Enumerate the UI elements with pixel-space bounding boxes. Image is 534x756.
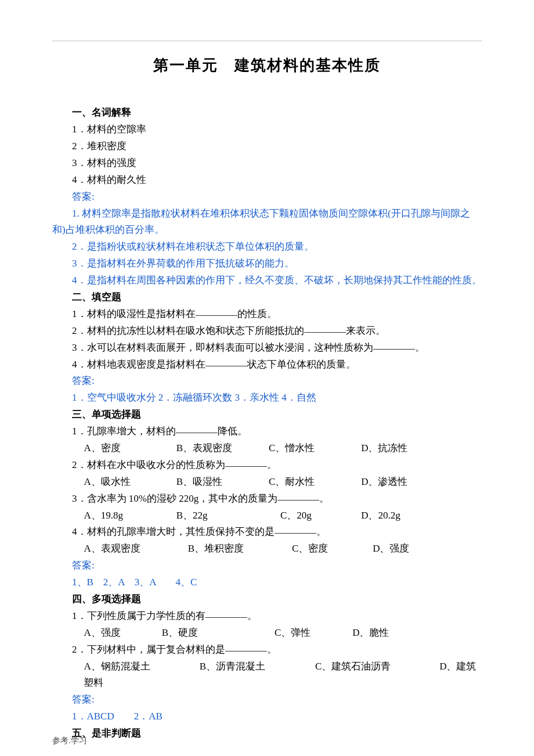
s3-q3-tail: 。 xyxy=(319,493,329,504)
opt-c: C、弹性 xyxy=(275,625,350,642)
s3-q2-text: 2．材料在水中吸收水分的性质称为 xyxy=(72,459,225,470)
s1-item-3: 3．材料的强度 xyxy=(52,155,482,172)
section-5-heading: 五、是非判断题 xyxy=(52,725,482,742)
unit-title: 第一单元 建筑材料的基本性质 xyxy=(52,53,482,78)
s2-answers: 1．空气中吸收水分 2．冻融循环次数 3．亲水性 4．自然 xyxy=(52,390,482,406)
s2-q2: 2．材料的抗冻性以材料在吸水饱和状态下所能抵抗的来表示。 xyxy=(52,323,482,340)
s3-q1: 1．孔隙率增大，材料的降低。 xyxy=(52,423,482,440)
blank xyxy=(205,356,247,366)
s3-q1-text: 1．孔隙率增大，材料的 xyxy=(72,426,176,437)
s1-answer-4: 4．是指材料在周围各种因素的作用下，经久不变质、不破坏，长期地保持其工作性能的性… xyxy=(52,272,482,289)
blank xyxy=(225,641,267,651)
s4-q2: 2．下列材料中，属于复合材料的是。 xyxy=(52,642,482,658)
blank xyxy=(373,339,415,350)
s2-q1: 1．材料的吸湿性是指材料在的性质。 xyxy=(52,306,482,323)
opt-a: A、强度 xyxy=(84,625,159,642)
blank xyxy=(176,423,218,433)
opt-a: A、表观密度 xyxy=(84,541,185,557)
s4-q1: 1．下列性质属于力学性质的有。 xyxy=(52,608,482,625)
s2-q4b: 状态下单位体积的质量。 xyxy=(247,359,356,370)
opt-c: C、建筑石油沥青 xyxy=(315,658,437,675)
section-3-heading: 三、单项选择题 xyxy=(52,406,482,423)
s1-item-1: 1．材料的空隙率 xyxy=(52,121,482,138)
s2-q3: 3．水可以在材料表面展开，即材料表面可以被水浸润，这种性质称为。 xyxy=(52,340,482,357)
blank xyxy=(205,607,247,618)
s3-q4: 4．材料的孔隙率增大时，其性质保持不变的是。 xyxy=(52,524,482,541)
opt-d: D、渗透性 xyxy=(361,474,430,491)
opt-b: B、沥青混凝土 xyxy=(200,658,313,675)
s2-q1b: 的性质。 xyxy=(237,308,277,319)
s4-answer-label: 答案: xyxy=(52,692,482,708)
opt-a: A、吸水性 xyxy=(84,474,174,491)
s3-q3: 3．含水率为 10%的湿砂 220g，其中水的质量为。 xyxy=(52,491,482,507)
opt-d: D、抗冻性 xyxy=(361,440,430,457)
opt-b: B、硬度 xyxy=(162,625,272,642)
s2-q3b: 。 xyxy=(415,342,425,353)
s1-answer-1: 1. 材料空隙率是指散粒状材料在堆积体积状态下颗粒固体物质间空隙体积(开口孔隙与… xyxy=(52,206,482,239)
s2-q1a: 1．材料的吸湿性是指材料在 xyxy=(72,308,196,319)
s3-answer-label: 答案: xyxy=(52,557,482,574)
s1-item-4: 4．材料的耐久性 xyxy=(52,172,482,189)
opt-b: B、堆积密度 xyxy=(188,541,290,557)
s4-answers: 1．ABCD 2．AB xyxy=(52,708,482,725)
s2-q2b: 来表示。 xyxy=(346,325,385,336)
opt-d: D、强度 xyxy=(373,541,441,557)
opt-a: A、19.8g xyxy=(84,507,174,524)
s4-q1-tail: 。 xyxy=(247,610,257,621)
s2-answer-label: 答案: xyxy=(52,373,482,390)
s4-q2-tail: 。 xyxy=(267,644,277,655)
opt-b: B、吸湿性 xyxy=(176,474,266,491)
s3-answers: 1、B 2、A 3、A 4、C xyxy=(52,574,482,591)
footer-text: 参考.学习 xyxy=(52,734,87,748)
s4-q2-options: A、钢筋混凝土 B、沥青混凝土 C、建筑石油沥青 D、建筑塑料 xyxy=(52,658,482,692)
top-rule xyxy=(52,41,482,41)
s1-answer-2: 2．是指粉状或粒状材料在堆积状态下单位体积的质量。 xyxy=(52,239,482,255)
section-1-heading: 一、名词解释 xyxy=(52,105,482,121)
s3-q1-tail: 降低。 xyxy=(218,426,247,437)
opt-a: A、钢筋混凝土 xyxy=(84,658,197,675)
s4-q1-text: 1．下列性质属于力学性质的有 xyxy=(72,610,205,621)
s3-q2-tail: 。 xyxy=(267,459,277,470)
opt-b: B、表观密度 xyxy=(176,440,266,457)
s1-item-2: 2．堆积密度 xyxy=(52,138,482,155)
section-4-heading: 四、多项选择题 xyxy=(52,591,482,608)
s3-q3-text: 3．含水率为 10%的湿砂 220g，其中水的质量为 xyxy=(72,493,277,504)
s2-q2a: 2．材料的抗冻性以材料在吸水饱和状态下所能抵抗的 xyxy=(72,325,304,336)
s2-q4: 4．材料地表观密度是指材料在状态下单位体积的质量。 xyxy=(52,357,482,373)
page: 第一单元 建筑材料的基本性质 一、名词解释 1．材料的空隙率 2．堆积密度 3．… xyxy=(0,0,534,756)
opt-c: C、耐水性 xyxy=(269,474,359,491)
opt-d: D、脆性 xyxy=(352,625,421,642)
opt-c: C、密度 xyxy=(292,541,370,557)
s3-q4-tail: 。 xyxy=(316,526,326,537)
blank xyxy=(196,305,237,316)
blank xyxy=(275,523,316,534)
s4-q2-text: 2．下列材料中，属于复合材料的是 xyxy=(72,644,225,655)
opt-c: C、憎水性 xyxy=(269,440,359,457)
opt-a: A、密度 xyxy=(84,440,174,457)
s3-q4-options: A、表观密度 B、堆积密度 C、密度 D、强度 xyxy=(52,541,482,557)
s2-q4a: 4．材料地表观密度是指材料在 xyxy=(72,359,205,370)
blank xyxy=(304,322,346,333)
blank xyxy=(225,456,267,467)
s3-q2: 2．材料在水中吸收水分的性质称为。 xyxy=(52,457,482,474)
opt-b: B、22g xyxy=(176,507,278,524)
blank xyxy=(277,490,319,501)
s3-q4-text: 4．材料的孔隙率增大时，其性质保持不变的是 xyxy=(72,526,275,537)
section-2-heading: 二、填空题 xyxy=(52,289,482,306)
s3-q2-options: A、吸水性 B、吸湿性 C、耐水性 D、渗透性 xyxy=(52,474,482,491)
s1-answer-label: 答案: xyxy=(52,189,482,206)
s1-answer-3: 3．是指材料在外界荷载的作用下抵抗破坏的能力。 xyxy=(52,255,482,272)
s2-q3a: 3．水可以在材料表面展开，即材料表面可以被水浸润，这种性质称为 xyxy=(72,342,373,353)
s4-q1-options: A、强度 B、硬度 C、弹性 D、脆性 xyxy=(52,625,482,642)
opt-d: D、20.2g xyxy=(361,507,430,524)
s3-q1-options: A、密度 B、表观密度 C、憎水性 D、抗冻性 xyxy=(52,440,482,457)
opt-c: C、20g xyxy=(280,507,359,524)
s3-q3-options: A、19.8g B、22g C、20g D、20.2g xyxy=(52,507,482,524)
